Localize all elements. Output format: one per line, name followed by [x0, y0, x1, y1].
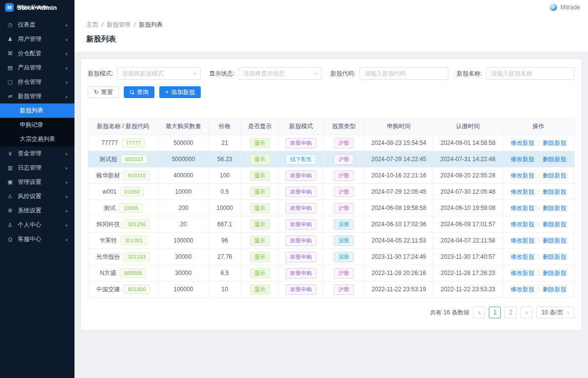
table-header-cell: 新股名称 / 新股代码	[88, 118, 158, 135]
pay-time-cell: 2024-06-10 19:59:08	[433, 200, 502, 216]
positions-icon: ▢	[6, 79, 14, 85]
page-button[interactable]: 2	[505, 307, 516, 318]
actions-cell: 修改新股删除新股	[502, 216, 574, 233]
delete-stock-link[interactable]: 删除新股	[543, 270, 566, 276]
sidebar-item-admin-settings[interactable]: ▣ 管理设置 ∨	[0, 175, 74, 189]
sidebar-nav: ◷ 仪表盘 ∨ ♟ 用户管理 ∨ ⌘ 分仓配资 ∨ ▤ 产品管理 ∨ ▢	[0, 15, 74, 246]
sidebar-item-subscription-records[interactable]: 申购记录	[0, 118, 74, 132]
name-input[interactable]	[486, 67, 575, 80]
sidebar-item-risk-settings[interactable]: ⚠ 风控设置 ∨	[0, 189, 74, 204]
show-cell: 显示	[241, 281, 279, 298]
stock-code-badge: 603310	[124, 171, 150, 180]
stock-name: 炜冈科技	[96, 221, 120, 228]
breadcrumb-section[interactable]: 新股管理	[107, 21, 130, 29]
buy-time-cell: 2022-11-28 20:26:16	[364, 265, 433, 281]
edit-stock-link[interactable]: 修改新股	[511, 205, 534, 211]
prev-page-button[interactable]: ‹	[473, 307, 485, 318]
show-cell: 显示	[241, 184, 279, 200]
refresh-icon: ↻	[94, 89, 99, 95]
delete-stock-link[interactable]: 删除新股	[543, 156, 566, 163]
sidebar-item-label: 新股管理	[18, 92, 65, 101]
action-divider	[538, 238, 539, 243]
user-menu[interactable]: Mitrade	[550, 3, 580, 11]
table-row: N方盛889988 30000 6.5 显示 新股申购	[88, 265, 575, 281]
search-button[interactable]: 查询	[124, 86, 154, 98]
edit-stock-link[interactable]: 修改新股	[511, 188, 534, 195]
stock-code-badge: 01960	[121, 187, 144, 196]
status-select[interactable]: 请选择显示状态 ∨	[238, 67, 322, 80]
stock-type-cell: 深股	[324, 233, 365, 249]
edit-stock-link[interactable]: 修改新股	[511, 286, 534, 293]
sidebar-item-products[interactable]: ▤ 产品管理 ∨	[0, 61, 74, 75]
show-badge: 显示	[250, 268, 270, 278]
code-input[interactable]	[360, 67, 448, 80]
price-cell: 10000	[209, 200, 241, 216]
pay-time-cell: 2022-11-28 17:26:23	[433, 265, 502, 281]
max-qty-cell: 100000	[158, 281, 209, 298]
edit-stock-link[interactable]: 修改新股	[511, 237, 534, 244]
add-stock-button[interactable]: + 添加新股	[159, 86, 201, 98]
status-select-placeholder: 请选择显示状态	[243, 69, 285, 78]
edit-stock-link[interactable]: 修改新股	[511, 172, 534, 179]
delete-stock-link[interactable]: 删除新股	[543, 205, 566, 211]
stock-type-cell: 沪股	[324, 184, 365, 200]
sidebar-item-label: 持仓管理	[18, 78, 65, 86]
sidebar-item-label: 风控设置	[18, 192, 65, 201]
breadcrumb-home[interactable]: 主页	[86, 21, 98, 29]
action-divider	[538, 271, 539, 276]
delete-stock-link[interactable]: 删除新股	[543, 237, 566, 244]
gear-icon: ⚙	[6, 207, 14, 214]
chevron-icon: ∨	[65, 80, 68, 84]
action-divider	[538, 157, 539, 162]
next-page-button[interactable]: ›	[520, 307, 532, 318]
sidebar-item-new-stock-list[interactable]: 新股列表	[0, 103, 74, 118]
sidebar-item-block-trade-list[interactable]: 大宗交易列表	[0, 132, 74, 146]
mode-cell: 新股申购	[279, 135, 324, 151]
action-divider	[538, 254, 539, 260]
sidebar-item-logs[interactable]: ▥ 日志管理 ∨	[0, 161, 74, 175]
edit-stock-link[interactable]: 修改新股	[511, 221, 534, 228]
sidebar-item-support[interactable]: Ω 客服中心 ∨	[0, 232, 74, 246]
delete-stock-link[interactable]: 删除新股	[543, 188, 566, 195]
sidebar-item-positions[interactable]: ▢ 持仓管理 ∨	[0, 75, 74, 89]
edit-stock-link[interactable]: 修改新股	[511, 270, 534, 276]
delete-stock-link[interactable]: 删除新股	[543, 172, 566, 179]
brand-name: Stock-Admin	[17, 4, 57, 11]
stock-code-badge: 001256	[124, 220, 150, 229]
price-cell: 6.5	[209, 265, 241, 281]
delete-stock-link[interactable]: 删除新股	[543, 286, 566, 293]
table-row: 光华股份001333 30000 27.76 显示 新股申购	[88, 249, 575, 265]
chevron-icon: ∨	[65, 180, 68, 184]
stock-type-cell: 沪股	[324, 168, 365, 184]
edit-stock-link[interactable]: 修改新股	[511, 156, 534, 163]
delete-stock-link[interactable]: 删除新股	[543, 139, 566, 146]
sidebar-item-allocation[interactable]: ⌘ 分仓配资 ∨	[0, 46, 74, 61]
table-header-cell: 是否显示	[241, 118, 279, 135]
sidebar-item-funds[interactable]: ¥ 资金管理 ∨	[0, 146, 74, 161]
sidebar-item-system-settings[interactable]: ⚙ 系统设置 ∨	[0, 204, 74, 218]
actions-cell: 修改新股删除新股	[502, 168, 574, 184]
sidebar-item-dashboard[interactable]: ◷ 仪表盘 ∨	[0, 18, 74, 32]
new-stock-icon: ⇌	[6, 93, 14, 100]
sidebar-item-label: 新股列表	[20, 106, 68, 115]
edit-stock-link[interactable]: 修改新股	[511, 253, 534, 260]
sidebar-item-user-management[interactable]: ♟ 用户管理 ∨	[0, 32, 74, 46]
chevron-icon: ∨	[65, 166, 68, 170]
page-button[interactable]: 1	[489, 307, 501, 318]
reset-button[interactable]: ↻ 重置	[88, 86, 119, 98]
edit-stock-link[interactable]: 修改新股	[511, 139, 534, 146]
sidebar-item-profile[interactable]: ♙ 个人中心 ∨	[0, 218, 74, 232]
mode-select[interactable]: 请选择新股模式 ∨	[117, 67, 201, 80]
sidebar-item-new-stock[interactable]: ⇌ 新股管理 ∧	[0, 89, 74, 103]
delete-stock-link[interactable]: 删除新股	[543, 221, 566, 228]
mode-badge: 线下配售	[286, 154, 316, 165]
stock-type-cell: 沪股	[324, 135, 365, 151]
sidebar-item-label: 日志管理	[18, 164, 65, 172]
plus-icon: +	[165, 89, 169, 95]
price-cell: 21	[209, 135, 241, 151]
chevron-down-icon: ∨	[566, 310, 570, 315]
delete-stock-link[interactable]: 删除新股	[543, 253, 566, 260]
page-size-select[interactable]: 10 条/页 ∨	[536, 307, 575, 318]
stock-code-badge: 889988	[120, 269, 146, 277]
products-icon: ▤	[6, 65, 14, 71]
